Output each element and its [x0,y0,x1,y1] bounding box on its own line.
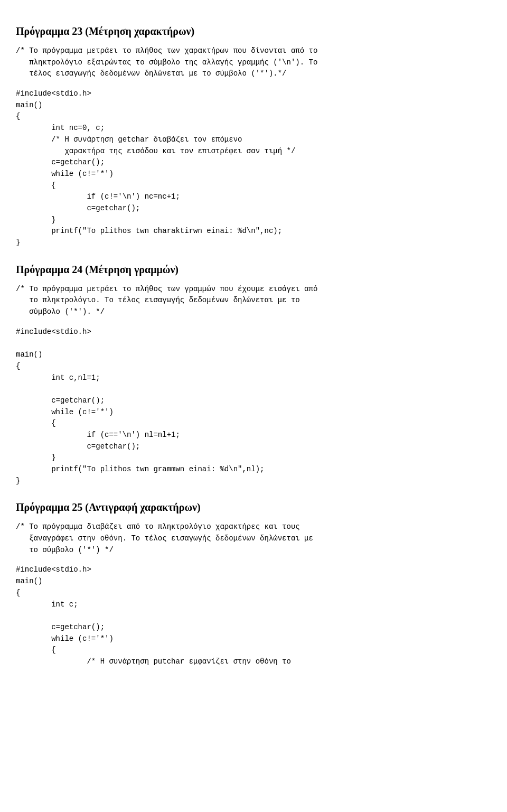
heading-program25: Πρόγραμμα 25 (Αντιγραφή χαρακτήρων) [16,499,491,515]
section-program25: Πρόγραμμα 25 (Αντιγραφή χαρακτήρων) /* Τ… [16,499,491,667]
comment-program25: /* Το πρόγραμμα διαβάζει από το πληκτρολ… [16,521,491,556]
page-content: Πρόγραμμα 23 (Μέτρηση χαρακτήρων) /* Το … [16,23,491,668]
heading-program23: Πρόγραμμα 23 (Μέτρηση χαρακτήρων) [16,23,491,39]
code-program24: #include<stdio.h> main() { int c,nl=1; c… [16,326,491,487]
section-program24: Πρόγραμμα 24 (Μέτρηση γραμμών) /* Το πρό… [16,262,491,487]
code-program25: #include<stdio.h> main() { int c; c=getc… [16,564,491,667]
comment-program24: /* Το πρόγραμμα μετράει το πλήθος των γρ… [16,284,491,318]
comment-program23: /* Το πρόγραμμα μετράει το πλήθος των χα… [16,45,491,80]
section-program23: Πρόγραμμα 23 (Μέτρηση χαρακτήρων) /* Το … [16,23,491,249]
code-program23: #include<stdio.h> main() { int nc=0, c; … [16,88,491,249]
heading-program24: Πρόγραμμα 24 (Μέτρηση γραμμών) [16,262,491,277]
